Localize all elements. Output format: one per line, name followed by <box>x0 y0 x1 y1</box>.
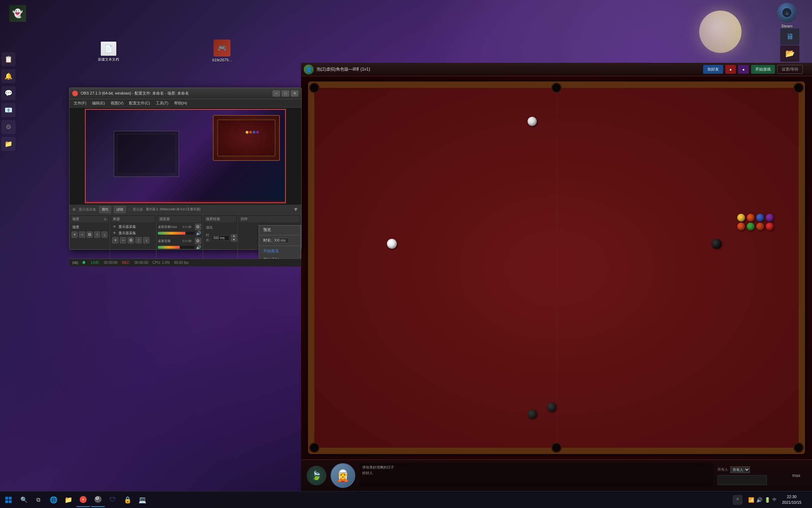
ball-5 <box>737 223 745 230</box>
pool-score-display <box>718 475 767 485</box>
obs-toolbar-dropdown[interactable]: ▼ <box>293 206 299 213</box>
sidebar-icon-6[interactable]: 📁 <box>1 137 16 151</box>
taskbar-app3-btn[interactable]: 🔒 <box>121 493 135 507</box>
pool-pocket-bl <box>309 442 320 453</box>
obs-transitions-duration: 时长: ▲ ▼ <box>204 231 236 244</box>
obs-source-remove[interactable]: − <box>120 237 126 243</box>
taskbar-obs-btn[interactable]: ● <box>76 493 90 507</box>
obs-track2-settings[interactable]: ⚙ <box>195 238 201 244</box>
obs-scene-up[interactable]: ↑ <box>94 231 100 238</box>
obs-menu-edit[interactable]: 编辑(E) <box>89 100 108 107</box>
taskbar-explorer-btn[interactable]: 📁 <box>61 493 75 507</box>
obs-panel-controls: 控件 预览 时长: 开始推流 开始录制 启动虚拟摄像机 工作室模式 设置 <box>238 214 301 259</box>
obs-pool-thumb <box>213 115 280 161</box>
obs-properties-btn[interactable]: 属性 <box>99 206 111 213</box>
obs-scene-remove[interactable]: − <box>79 231 85 238</box>
obs-minimize-btn[interactable]: ─ <box>272 90 280 97</box>
obs-ctx-start-stream[interactable]: 开始推流 <box>259 247 301 255</box>
obs-cpu: CPU: 1.0% <box>152 261 170 265</box>
obs-duration-input[interactable] <box>212 235 229 241</box>
obs-titlebar: OBS 27.1.3 (64-bit, windows) - 配置文件: 未命名… <box>69 88 301 99</box>
pool-start-game-btn[interactable]: 开始游戏 <box>751 65 775 74</box>
obs-menu-profile[interactable]: 配置文件(C) <box>126 100 153 107</box>
obs-scene-add[interactable]: + <box>72 231 78 238</box>
obs-scene-down[interactable]: ↓ <box>102 231 107 238</box>
obs-taskbar-icon: ● <box>80 496 87 503</box>
obs-track1-mute[interactable]: 🔊 <box>196 231 201 236</box>
obs-filters-btn[interactable]: 滤镜 <box>114 206 126 213</box>
obs-eye-icon-1[interactable]: 👁 <box>113 225 117 229</box>
obs-track2-mute[interactable]: 🔊 <box>196 245 201 250</box>
tray-battery-icon[interactable]: 🔋 <box>764 497 770 503</box>
sidebar-icon-4[interactable]: 📧 <box>1 103 16 117</box>
sidebar-icon-3[interactable]: 💬 <box>1 86 16 100</box>
obs-window-controls: ─ □ ✕ <box>272 90 299 97</box>
obs-mini-window <box>114 131 179 177</box>
taskbar-start-btn[interactable] <box>0 491 17 508</box>
obs-scene-settings[interactable]: ⚙ <box>87 231 93 238</box>
taskbar-app2-btn[interactable]: 🛡 <box>106 493 120 507</box>
obs-scene-item-1[interactable]: 场景 <box>71 224 108 231</box>
taskbar-right: ^ 📶 🔊 🔋 中 22:30 2021/10/15 <box>733 494 812 505</box>
desktop-icon-new-text[interactable]: 📄 新建文本文档 <box>98 42 119 62</box>
taskbar-clock[interactable]: 22:30 2021/10/15 <box>782 494 801 505</box>
tray-lang-icon[interactable]: 中 <box>773 497 776 502</box>
obs-pool-felt <box>214 116 279 160</box>
obs-pool-inner <box>217 119 276 157</box>
pool-add-friend-btn[interactable]: 加好友 <box>703 65 723 74</box>
pool-btn-red[interactable]: ● <box>725 65 736 74</box>
obs-source-down[interactable]: ↓ <box>143 237 149 243</box>
sidebar-icon-2[interactable]: 🔔 <box>1 69 16 83</box>
tray-network-icon[interactable]: 📶 <box>748 497 754 503</box>
obs-ctx-duration-input[interactable] <box>273 238 289 243</box>
sidebar-icon-5[interactable]: ⚙ <box>1 120 16 134</box>
pool-table-area <box>301 76 812 459</box>
taskbar-taskview-btn[interactable]: ⧉ <box>31 493 45 507</box>
obs-ctx-duration: 时长: <box>259 236 301 245</box>
obs-track1-settings[interactable]: ⚙ <box>195 224 201 230</box>
taskbar-hidden-icons-btn[interactable]: ^ <box>733 495 743 505</box>
obs-source-up[interactable]: ↑ <box>135 237 142 243</box>
tray-volume-icon[interactable]: 🔊 <box>756 497 762 503</box>
obs-mixer-bar-2: 🔊 <box>158 245 201 250</box>
obs-duration-down[interactable]: ▼ <box>231 238 237 242</box>
obs-sources-controls: + − ⚙ ↑ ↓ <box>111 236 155 244</box>
pool-filter-select[interactable]: 所有人 <box>730 466 750 473</box>
obs-menu-view[interactable]: 视图(V) <box>108 100 127 107</box>
desktop-icon-phasmop[interactable]: 👻 <box>4 4 32 25</box>
obs-duration-up[interactable]: ▲ <box>231 234 237 238</box>
obs-close-btn[interactable]: ✕ <box>291 90 299 97</box>
obs-title-icon <box>72 91 78 96</box>
obs-preview-bg <box>86 110 285 202</box>
taskbar-app1-btn[interactable]: 🎱 <box>91 493 105 507</box>
ball-1 <box>737 214 745 222</box>
sidebar-icon-1[interactable]: 📋 <box>1 52 16 66</box>
pool-felt <box>314 88 799 448</box>
svg-rect-4 <box>9 497 12 500</box>
obs-level-bar-2 <box>158 246 195 249</box>
steam-desktop-icon[interactable]: ♨ Steam <box>775 3 799 28</box>
taskbar-edge-btn[interactable]: 🌐 <box>47 493 61 507</box>
steam-icon: ♨ <box>777 3 797 23</box>
obs-ctx-preview[interactable]: 预览 <box>259 225 301 234</box>
desktop-icon-b1fe[interactable]: 🎮 b1fe2679... <box>208 38 236 64</box>
obs-source-add[interactable]: + <box>112 237 118 243</box>
obs-ctx-start-rec[interactable]: 开始录制 <box>259 255 301 259</box>
pool-btn-purple[interactable]: ● <box>738 65 749 74</box>
obs-maximize-btn[interactable]: □ <box>282 90 289 97</box>
obs-menu-help[interactable]: 帮助(H) <box>171 100 190 107</box>
obs-source-settings[interactable]: ⚙ <box>128 237 134 243</box>
obs-transitions-header: 场景转场 <box>204 216 236 222</box>
obs-track2-db: 0.0 dB <box>182 239 191 243</box>
pool-chat-msg1: 求你美好清爽的日子 <box>362 465 710 470</box>
obs-eye-icon-2[interactable]: 👁 <box>113 231 117 235</box>
mini-ball-3 <box>253 131 256 134</box>
obs-menu-file[interactable]: 文件(F) <box>71 100 89 107</box>
app4-taskbar-icon: 💻 <box>139 496 146 504</box>
desktop: 📋 🔔 💬 📧 ⚙ 📁 👻 📄 新建文本文档 🎮 b1fe2679... ♨ <box>0 0 812 508</box>
pool-setting-btn[interactable]: 设置/等待 <box>777 65 803 74</box>
obs-menu-tools[interactable]: 工具(T) <box>153 100 171 107</box>
taskbar-search-btn[interactable]: 🔍 <box>17 493 31 507</box>
ball-4 <box>766 214 774 222</box>
taskbar-app4-btn[interactable]: 💻 <box>135 493 149 507</box>
